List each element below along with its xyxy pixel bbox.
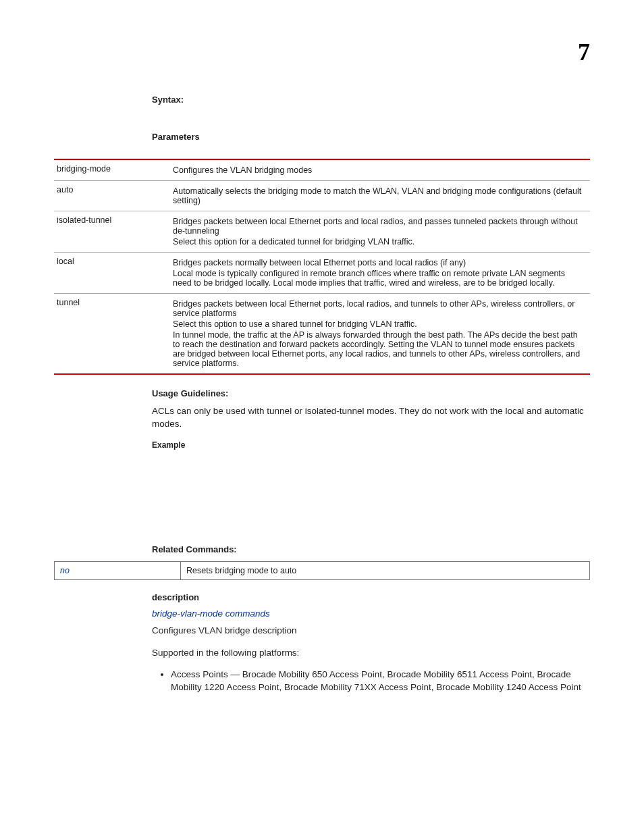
param-desc: Bridges packets between local Ethernet p… (170, 294, 590, 375)
description-heading: description (152, 592, 590, 602)
param-name: isolated-tunnel (54, 211, 170, 253)
usage-guidelines-heading: Usage Guidelines: (152, 388, 590, 398)
param-desc-line: Local mode is typically configured in re… (173, 269, 585, 288)
page-number: 7 (578, 38, 590, 66)
related-cmd-desc: Resets bridging mode to auto (181, 561, 590, 579)
param-name: tunnel (54, 294, 170, 375)
no-command-link[interactable]: no (60, 566, 70, 575)
table-row: auto Automatically selects the bridging … (54, 181, 590, 211)
related-cmd-name: no (55, 561, 181, 579)
supported-platforms-list: Access Points — Brocade Mobility 650 Acc… (171, 669, 590, 694)
parameters-table: bridging-mode Configures the VLAN bridgi… (54, 159, 590, 375)
param-desc-line: Bridges packets between local Ethernet p… (173, 299, 585, 318)
table-row: isolated-tunnel Bridges packets between … (54, 211, 590, 253)
param-desc-line: Select this option for a dedicated tunne… (173, 237, 585, 246)
usage-guidelines-text: ACLs can only be used with tunnel or iso… (152, 405, 590, 431)
parameters-heading: Parameters (152, 132, 590, 142)
param-desc: Configures the VLAN bridging modes (170, 159, 590, 181)
param-desc: Automatically selects the bridging mode … (170, 181, 590, 211)
list-item: Access Points — Brocade Mobility 650 Acc… (171, 669, 590, 694)
syntax-heading: Syntax: (152, 95, 590, 105)
param-desc-line: Bridges packets normally between local E… (173, 258, 585, 267)
param-name: auto (54, 181, 170, 211)
param-name: bridging-mode (54, 159, 170, 181)
related-commands-table: no Resets bridging mode to auto (54, 561, 590, 580)
related-commands-heading: Related Commands: (152, 544, 590, 554)
table-row: local Bridges packets normally between l… (54, 253, 590, 294)
description-line1: Configures VLAN bridge description (152, 625, 590, 637)
param-name: local (54, 253, 170, 294)
table-row: no Resets bridging mode to auto (55, 561, 590, 579)
bridge-vlan-mode-commands-link[interactable]: bridge-vlan-mode commands (152, 608, 270, 619)
param-desc-line: Automatically selects the bridging mode … (173, 186, 585, 205)
param-desc-line: Configures the VLAN bridging modes (173, 165, 585, 175)
param-desc-line: Bridges packets between local Ethernet p… (173, 217, 585, 236)
example-heading: Example (152, 440, 590, 450)
param-desc: Bridges packets between local Ethernet p… (170, 211, 590, 253)
description-line2: Supported in the following platforms: (152, 647, 590, 660)
param-desc-line: Select this option to use a shared tunne… (173, 319, 585, 329)
param-desc-line: In tunnel mode, the traffic at the AP is… (173, 330, 585, 368)
param-desc: Bridges packets normally between local E… (170, 253, 590, 294)
table-row: tunnel Bridges packets between local Eth… (54, 294, 590, 375)
table-row: bridging-mode Configures the VLAN bridgi… (54, 159, 590, 181)
